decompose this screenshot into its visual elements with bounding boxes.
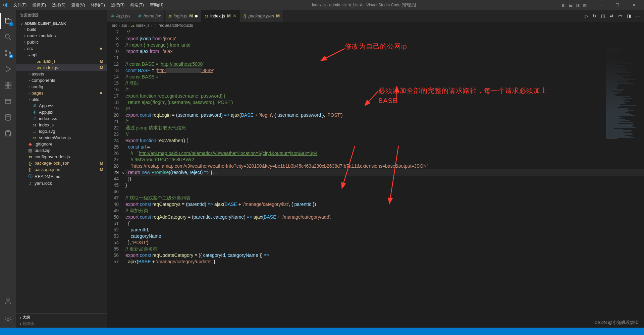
file-item[interactable]: ⓘREADME.md <box>16 173 107 180</box>
code-line[interactable]: 20export const reqLogin = (username, pas… <box>107 112 644 118</box>
preview-icon[interactable]: ▭ <box>618 13 622 18</box>
code-line[interactable]: 53 categoryName <box>107 233 644 239</box>
code-line[interactable]: 24export function reqWeather() { <box>107 137 644 144</box>
code-line[interactable]: 21/* <box>107 118 644 125</box>
panel-right-icon[interactable]: ◨ <box>576 3 580 7</box>
code-line[interactable]: 22通过 jsonp 请求获取天气信息 <box>107 125 644 131</box>
more-icon[interactable]: ⋯ <box>636 13 640 18</box>
menu-item[interactable]: 选择(S) <box>49 1 68 9</box>
outline-section[interactable]: › 大纲 <box>16 313 107 321</box>
folder-item[interactable]: ›components <box>16 77 107 83</box>
code-line[interactable]: 19}*/ <box>107 106 644 112</box>
code-line[interactable]: 15// 登陆 <box>107 80 644 87</box>
menu-item[interactable]: 终端(T) <box>128 1 146 9</box>
run-icon[interactable]: ▷ <box>585 13 588 18</box>
timeline-section[interactable]: › 时间线 <box>16 321 107 328</box>
code-line[interactable]: 12// const BASE = 'http://localhost:5000… <box>107 61 644 67</box>
code-line[interactable]: >29 return new Promise((resolve, reject)… <box>107 169 644 176</box>
layout-controls[interactable]: ◧ ⬓ ◨ ▦ <box>562 3 587 7</box>
file-item[interactable]: ⚷yarn.lock <box>16 180 107 186</box>
code-line[interactable]: 10import ajax from './ajax' <box>107 48 644 55</box>
code-line[interactable]: 27 // 9MVra6urFRGOT9s8UBWr2` <box>107 157 644 163</box>
code-line[interactable]: 25 const url = <box>107 144 644 150</box>
breadcrumb-item[interactable]: reqSearchProducts <box>159 23 193 28</box>
close-button[interactable]: ✕ <box>626 0 641 10</box>
code-editor[interactable]: 7 */8import jsonp from 'jsonp'9// import… <box>107 29 644 328</box>
code-line[interactable]: 48export const reqCategorys = (parentId)… <box>107 201 644 208</box>
code-line[interactable]: 14// const BASE = '' <box>107 74 644 80</box>
code-line[interactable]: 23*/ <box>107 131 644 137</box>
code-line[interactable]: 50export const reqAddCategory = (parentI… <box>107 214 644 220</box>
code-line[interactable]: 16/* <box>107 87 644 93</box>
file-item[interactable]: ▭logo.svg <box>16 128 107 134</box>
code-line[interactable]: 8import jsonp from 'jsonp' <box>107 36 644 42</box>
file-item[interactable]: {}package.jsonM <box>16 166 107 173</box>
breadcrumb-item[interactable]: api <box>121 23 127 28</box>
folder-item[interactable]: ›public <box>16 39 107 45</box>
file-item[interactable]: JSindex.jsM <box>16 64 107 71</box>
file-item[interactable]: #App.css <box>16 103 107 109</box>
settings-gear-icon[interactable] <box>0 312 16 328</box>
folder-item[interactable]: ⌄api <box>16 52 107 58</box>
folder-item[interactable]: ›config <box>16 83 107 90</box>
file-item[interactable]: JSindex.js <box>16 122 107 128</box>
menu-item[interactable]: 帮助(H) <box>147 1 166 9</box>
file-item[interactable]: JSserviceWorker.js <box>16 134 107 141</box>
code-line[interactable]: 56export const reqUpdateCategory = ({ ca… <box>107 252 644 259</box>
explorer-icon[interactable]: 1 <box>0 13 16 29</box>
folder-item[interactable]: ›utils <box>16 96 107 103</box>
layout-icon[interactable]: ▦ <box>583 3 587 7</box>
code-line[interactable]: 54 }, 'POST') <box>107 239 644 246</box>
code-line[interactable]: 7 */ <box>107 29 644 36</box>
source-control-icon[interactable]: 6 <box>0 45 16 61</box>
panel-left-icon[interactable]: ◧ <box>562 3 566 7</box>
panel-bottom-icon[interactable]: ⬓ <box>569 3 573 7</box>
database-icon[interactable] <box>0 109 16 125</box>
folder-item[interactable]: ⌄src <box>16 45 107 52</box>
menu-item[interactable]: 转到(G) <box>88 1 107 9</box>
extensions-icon[interactable] <box>0 77 16 93</box>
code-line[interactable]: 28 `https://restapi.amap.com/v3/weather/… <box>107 163 644 169</box>
project-name[interactable]: ⌄ ADMIN-CLIENT_BLANK <box>16 20 107 26</box>
code-line[interactable]: 17export function reqLogin(username, pas… <box>107 93 644 99</box>
code-line[interactable]: 49// 添加分类 <box>107 208 644 214</box>
breadcrumb[interactable]: src›api›JS index.js›⬚ reqSearchProducts <box>107 22 644 29</box>
search-icon[interactable] <box>0 29 16 45</box>
code-line[interactable]: 9// import { message } from 'antd' <box>107 42 644 48</box>
code-line[interactable]: 55// 更新品类名称 <box>107 246 644 252</box>
account-icon[interactable] <box>0 293 16 309</box>
menu-item[interactable]: 文件(F) <box>11 1 29 9</box>
file-item[interactable]: JSconfig-overrides.js <box>16 154 107 160</box>
breadcrumb-item[interactable]: src <box>112 23 117 28</box>
file-item[interactable]: #index.css <box>16 115 107 122</box>
code-line[interactable]: 11 <box>107 55 644 61</box>
file-item[interactable]: ◆.gitignore <box>16 141 107 147</box>
menu-item[interactable]: 查看(V) <box>69 1 88 9</box>
code-line[interactable]: 45} <box>107 182 644 188</box>
github-icon[interactable] <box>0 125 16 142</box>
diff-icon[interactable]: ⇄ <box>610 13 613 18</box>
minimize-button[interactable]: ─ <box>593 0 608 10</box>
folder-item[interactable]: ›assets <box>16 71 107 77</box>
editor-tab[interactable]: {}package.json M <box>240 10 283 22</box>
file-item[interactable]: ⚛App.jsx <box>16 109 107 115</box>
code-line[interactable]: 13const BASE = 'http:xxxxxxxxxxxxxxx:888… <box>107 67 644 74</box>
files-icon[interactable] <box>0 93 16 109</box>
code-line[interactable]: 26 // `http://api.map.baidu.com/telemati… <box>107 150 644 157</box>
status-bar[interactable] <box>0 328 644 335</box>
menu-item[interactable]: 编辑(E) <box>30 1 49 9</box>
maximize-button[interactable]: ☐ <box>610 0 625 10</box>
refresh-icon[interactable]: ↻ <box>593 13 596 18</box>
editor-tab[interactable]: JSlogin.js M <box>165 10 201 22</box>
menu-item[interactable]: 运行(R) <box>108 1 127 9</box>
code-line[interactable]: 52 parentId, <box>107 227 644 233</box>
code-line[interactable]: 18 return ajax('/login', {username, pass… <box>107 99 644 106</box>
more-icon[interactable]: ⋯ <box>99 13 103 17</box>
split-right-icon[interactable]: ◨ <box>627 13 631 18</box>
file-item[interactable]: {}package-lock.jsonM <box>16 160 107 166</box>
editor-tab[interactable]: JSindex.js M✕ <box>201 10 240 22</box>
code-line[interactable]: 44 }) <box>107 176 644 182</box>
file-item[interactable]: JSajax.jsM <box>16 58 107 64</box>
code-line[interactable]: 57 ajax(BASE + '/manage/category/update'… <box>107 259 644 265</box>
file-item[interactable]: ▦build.zip <box>16 147 107 154</box>
